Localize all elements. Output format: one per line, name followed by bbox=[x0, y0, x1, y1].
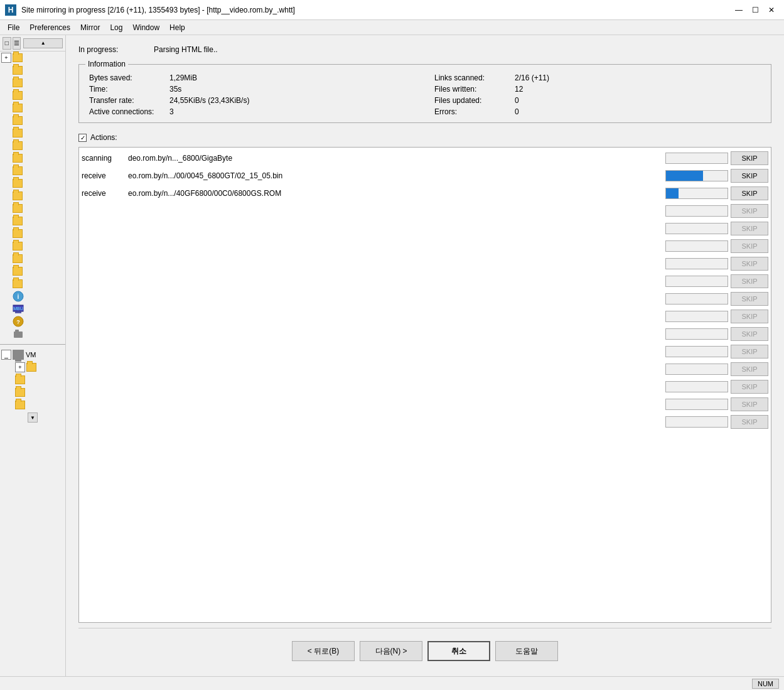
sidebar-toolbar: □ ☰ ▲ bbox=[0, 35, 65, 51]
action-url-3: eo.rom.by/n.../40GF6800/00C0/6800GS.ROM bbox=[128, 189, 663, 198]
sidebar-item[interactable] bbox=[0, 164, 65, 177]
sidebar-item[interactable] bbox=[0, 102, 65, 114]
sidebar-item[interactable] bbox=[0, 152, 65, 164]
sidebar-scroll-down-btn[interactable]: ▼ bbox=[28, 412, 38, 423]
sidebar-special-item2[interactable]: MBU bbox=[0, 303, 65, 315]
sidebar-special-item3[interactable]: ? bbox=[0, 315, 65, 328]
sidebar-item[interactable] bbox=[0, 227, 65, 240]
active-connections-label: Active connections: bbox=[89, 107, 164, 116]
cancel-button[interactable]: 취소 bbox=[427, 641, 490, 661]
menu-file[interactable]: File bbox=[3, 21, 24, 35]
empty-skip-btn-6[interactable]: SKIP bbox=[731, 292, 768, 306]
folder-icon bbox=[13, 166, 23, 175]
sidebar-vm-child2[interactable] bbox=[0, 374, 65, 386]
sidebar-item[interactable] bbox=[0, 89, 65, 102]
action-progress-bar-1 bbox=[665, 153, 728, 164]
sidebar-view-btn[interactable]: ☰ bbox=[13, 37, 21, 50]
folder-icon bbox=[13, 116, 23, 125]
empty-action-row-4: SKIP bbox=[82, 256, 768, 272]
tree-expander-icon[interactable]: + bbox=[1, 53, 11, 63]
sidebar-item[interactable] bbox=[0, 177, 65, 190]
next-button[interactable]: 다음(N) > bbox=[360, 641, 422, 661]
sidebar-item[interactable] bbox=[0, 114, 65, 127]
minus-icon[interactable]: ⎯ bbox=[1, 350, 11, 360]
sidebar-item[interactable] bbox=[0, 215, 65, 227]
bytes-saved-row: Bytes saved: 1,29MiB bbox=[89, 73, 416, 82]
folder-icon bbox=[13, 129, 23, 137]
empty-skip-btn-10[interactable]: SKIP bbox=[731, 362, 768, 376]
minimize-button[interactable]: — bbox=[731, 4, 746, 16]
folder-icon bbox=[13, 191, 23, 200]
sidebar-vm-child4[interactable] bbox=[0, 399, 65, 411]
action-skip-btn-2[interactable]: SKIP bbox=[731, 169, 768, 183]
sidebar-special-item4[interactable] bbox=[0, 328, 65, 340]
menu-help[interactable]: Help bbox=[164, 21, 190, 35]
sidebar-item[interactable] bbox=[0, 190, 65, 202]
menu-bar: File Preferences Mirror Log Window Help bbox=[0, 20, 784, 35]
empty-skip-btn-8[interactable]: SKIP bbox=[731, 327, 768, 341]
menu-window[interactable]: Window bbox=[127, 21, 164, 35]
empty-progress-bar-10 bbox=[665, 364, 728, 375]
empty-skip-btn-4[interactable]: SKIP bbox=[731, 257, 768, 271]
empty-skip-btn-12[interactable]: SKIP bbox=[731, 397, 768, 411]
sidebar-item[interactable] bbox=[0, 77, 65, 89]
sidebar-special-item[interactable]: i bbox=[0, 290, 65, 303]
bytes-saved-label: Bytes saved: bbox=[89, 73, 164, 82]
action-type-3: receive bbox=[82, 189, 126, 198]
empty-progress-bar-12 bbox=[665, 399, 728, 410]
sidebar-item[interactable] bbox=[0, 202, 65, 215]
sidebar-item[interactable] bbox=[0, 64, 65, 77]
sidebar-item[interactable] bbox=[0, 139, 65, 152]
back-button[interactable]: < 뒤로(B) bbox=[292, 641, 355, 661]
time-row: Time: 35s bbox=[89, 85, 416, 94]
status-bar: NUM bbox=[0, 676, 784, 690]
empty-progress-bar-9 bbox=[665, 346, 728, 357]
title-bar-text: Site mirroring in progress [2/16 (+11), … bbox=[21, 6, 295, 14]
empty-skip-btn-9[interactable]: SKIP bbox=[731, 345, 768, 358]
sidebar-item[interactable] bbox=[0, 240, 65, 252]
window-controls: — ☐ ✕ bbox=[731, 4, 779, 16]
maximize-button[interactable]: ☐ bbox=[748, 4, 763, 16]
empty-skip-btn-2[interactable]: SKIP bbox=[731, 222, 768, 235]
action-url-1: deo.rom.by/n..._6800/GigaByte bbox=[128, 154, 663, 163]
sidebar-item[interactable]: + bbox=[0, 51, 65, 64]
actions-checkbox[interactable]: ✓ bbox=[78, 134, 87, 142]
active-connections-row: Active connections: 3 bbox=[89, 107, 416, 116]
empty-skip-btn-3[interactable]: SKIP bbox=[731, 239, 768, 253]
computer-icon bbox=[13, 350, 24, 360]
empty-skip-btn-11[interactable]: SKIP bbox=[731, 380, 768, 394]
sidebar-item[interactable] bbox=[0, 265, 65, 278]
action-row-1: scanning deo.rom.by/n..._6800/GigaByte S… bbox=[82, 150, 768, 166]
sidebar-vm-child3[interactable] bbox=[0, 386, 65, 399]
title-bar-left: H Site mirroring in progress [2/16 (+11)… bbox=[5, 4, 295, 16]
menu-log[interactable]: Log bbox=[105, 21, 127, 35]
empty-skip-btn-1[interactable]: SKIP bbox=[731, 204, 768, 218]
empty-action-row-5: SKIP bbox=[82, 273, 768, 289]
sidebar-item[interactable] bbox=[0, 127, 65, 139]
files-updated-label: Files updated: bbox=[434, 96, 510, 105]
sidebar-scroll-up-btn[interactable]: ▲ bbox=[23, 38, 63, 48]
empty-skip-btn-5[interactable]: SKIP bbox=[731, 274, 768, 288]
tree-expander-icon[interactable]: + bbox=[15, 362, 25, 372]
sidebar-vm-item[interactable]: ⎯ VM bbox=[0, 348, 65, 361]
errors-label: Errors: bbox=[434, 107, 510, 116]
menu-mirror[interactable]: Mirror bbox=[75, 21, 105, 35]
sidebar-split-btn[interactable]: □ bbox=[3, 37, 11, 50]
folder-icon bbox=[13, 254, 23, 263]
action-url-2: eo.rom.by/n.../00/0045_6800GT/02_15_05.b… bbox=[128, 171, 663, 180]
empty-skip-btn-7[interactable]: SKIP bbox=[731, 310, 768, 323]
links-scanned-label: Links scanned: bbox=[434, 73, 510, 82]
sidebar-item[interactable] bbox=[0, 252, 65, 265]
action-skip-btn-3[interactable]: SKIP bbox=[731, 186, 768, 200]
menu-preferences[interactable]: Preferences bbox=[24, 21, 75, 35]
sidebar-vm-child1[interactable]: + bbox=[0, 361, 65, 374]
errors-value: 0 bbox=[515, 107, 519, 116]
sidebar-item[interactable] bbox=[0, 278, 65, 290]
close-button[interactable]: ✕ bbox=[764, 4, 779, 16]
folder-icon bbox=[13, 217, 23, 225]
links-scanned-value: 2/16 (+11) bbox=[515, 73, 549, 82]
action-skip-btn-1[interactable]: SKIP bbox=[731, 151, 768, 165]
empty-skip-btn-13[interactable]: SKIP bbox=[731, 415, 768, 429]
help-button[interactable]: 도움말 bbox=[495, 641, 558, 661]
app-icon: H bbox=[5, 4, 16, 16]
